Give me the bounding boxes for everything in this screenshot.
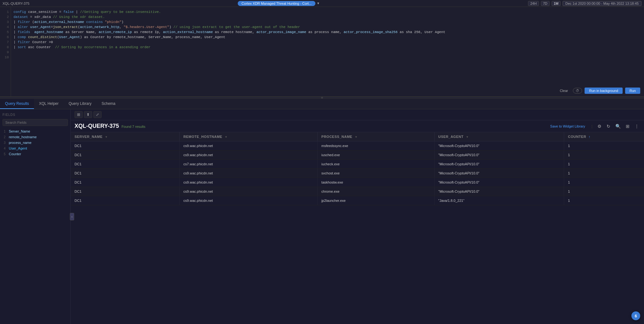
cell-user_agent: "Microsoft-CryptoAPI/10.0" bbox=[434, 178, 564, 187]
field-name-user-agent: User_Agent bbox=[9, 146, 27, 150]
grid-view-button[interactable]: ⊞ bbox=[75, 111, 83, 118]
cell-counter: 1 bbox=[564, 151, 644, 160]
cell-user_agent: "Microsoft-CryptoAPI/10.0" bbox=[434, 141, 564, 151]
results-header: XQL-QUERY-375 Found 7 results Save to Wi… bbox=[71, 120, 644, 132]
cell-server_name: DC1 bbox=[71, 141, 180, 151]
field-num-3: 3 bbox=[4, 141, 8, 145]
cell-remote_hostname: cs9.wac.phicdn.net bbox=[180, 178, 318, 187]
cell-remote_hostname: cs9.wac.phicdn.net bbox=[180, 196, 318, 205]
export-button[interactable]: ⬆ bbox=[84, 111, 92, 118]
cell-user_agent: "Java/1.8.0_221" bbox=[434, 196, 564, 205]
top-bar-title: XQL-QUERY-375 bbox=[3, 2, 30, 5]
field-name-server-name: Server_Name bbox=[9, 129, 30, 133]
fields-list: 1 Server_Name 2 remote_hostname 3 proces… bbox=[3, 128, 68, 157]
cell-process_name: msfeedssync.exe bbox=[318, 141, 435, 151]
fields-search[interactable] bbox=[3, 119, 68, 126]
cell-server_name: DC1 bbox=[71, 187, 180, 196]
bottom-right-badge[interactable]: 6 bbox=[631, 311, 640, 320]
cell-process_name: chrome.exe bbox=[318, 187, 435, 196]
cell-user_agent: "Microsoft-CryptoAPI/10.0" bbox=[434, 160, 564, 169]
expand-button[interactable]: ⤢ bbox=[93, 111, 102, 118]
cell-remote_hostname: cs9.wac.phicdn.net bbox=[180, 169, 318, 178]
cell-user_agent: "Microsoft-CryptoAPI/10.0" bbox=[434, 169, 564, 178]
cell-remote_hostname: cs9.wac.phicdn.net bbox=[180, 141, 318, 151]
field-num-1: 1 bbox=[4, 130, 8, 133]
time-btn-24h[interactable]: 24H bbox=[528, 1, 539, 6]
save-widget-button[interactable]: Save to Widget Library bbox=[548, 124, 588, 129]
timer-button[interactable]: ⏱ bbox=[573, 88, 582, 94]
field-name-process-name: process_name bbox=[9, 141, 31, 145]
field-item-counter[interactable]: 5 Counter bbox=[3, 151, 68, 157]
tab-schema[interactable]: Schema bbox=[97, 99, 120, 109]
editor-area: 12345 678910 config case_sensitive = fal… bbox=[0, 7, 644, 97]
top-bar-center: Cortex XDR Managed Threat Hunting - Cort… bbox=[238, 1, 320, 6]
filter-results-button[interactable]: ⚙ bbox=[596, 123, 603, 129]
cell-counter: 1 bbox=[564, 187, 644, 196]
cell-counter: 1 bbox=[564, 196, 644, 205]
top-center-arrow: ▼ bbox=[317, 2, 320, 5]
col-header-remote-hostname[interactable]: REMOTE_HOSTNAME ▼ bbox=[180, 132, 318, 141]
refresh-results-button[interactable]: ↻ bbox=[605, 123, 612, 129]
field-item-user-agent[interactable]: 4 User_Agent bbox=[3, 145, 68, 151]
line-numbers: 12345 678910 bbox=[0, 7, 11, 96]
run-button[interactable]: Run bbox=[625, 88, 640, 94]
field-item-process-name[interactable]: 3 process_name bbox=[3, 140, 68, 145]
cell-remote_hostname: cs7.wac.phicdn.net bbox=[180, 160, 318, 169]
cell-server_name: DC1 bbox=[71, 160, 180, 169]
table-row[interactable]: DC1cs9.wac.phicdn.netchrome.exe"Microsof… bbox=[71, 187, 644, 196]
table-row[interactable]: DC1cs9.wac.phicdn.netmsfeedssync.exe"Mic… bbox=[71, 141, 644, 151]
col-header-server-name[interactable]: SERVER_NAME ▼ bbox=[71, 132, 180, 141]
cell-process_name: jp2launcher.exe bbox=[318, 196, 435, 205]
table-row[interactable]: DC1cs9.wac.phicdn.netiusched.exe"Microso… bbox=[71, 151, 644, 160]
results-title-area: XQL-QUERY-375 Found 7 results bbox=[75, 123, 145, 129]
search-results-button[interactable]: 🔍 bbox=[614, 123, 622, 129]
editor-bottom: Clear ⏱ Run in background Run bbox=[557, 88, 640, 94]
cell-server_name: DC1 bbox=[71, 196, 180, 205]
clear-button[interactable]: Clear bbox=[557, 88, 570, 94]
table-row[interactable]: DC1cs9.wac.phicdn.nettaskhostw.exe"Micro… bbox=[71, 178, 644, 187]
tabs-bar: Query Results XQL Helper Query Library S… bbox=[0, 99, 644, 109]
sidebar-toggle[interactable]: ‹ bbox=[70, 213, 74, 220]
cell-counter: 1 bbox=[564, 141, 644, 151]
field-name-counter: Counter bbox=[9, 152, 21, 156]
col-header-process-name[interactable]: PROCESS_NAME ▼ bbox=[318, 132, 435, 141]
cell-server_name: DC1 bbox=[71, 169, 180, 178]
col-header-counter[interactable]: COUNTER ↑ bbox=[564, 132, 644, 141]
cell-user_agent: "Microsoft-CryptoAPI/10.0" bbox=[434, 151, 564, 160]
table-row[interactable]: DC1cs9.wac.phicdn.netsvchost.exe"Microso… bbox=[71, 169, 644, 178]
fields-sidebar: FIELDS 1 Server_Name 2 remote_hostname 3… bbox=[0, 109, 71, 324]
cell-process_name: iusched.exe bbox=[318, 151, 435, 160]
time-btn-7d[interactable]: 7D bbox=[541, 1, 550, 6]
cell-process_name: taskhostw.exe bbox=[318, 178, 435, 187]
cell-remote_hostname: cs9.wac.phicdn.net bbox=[180, 187, 318, 196]
results-query-name: XQL-QUERY-375 bbox=[75, 123, 119, 129]
code-editor[interactable]: config case_sensitive = false | //Settin… bbox=[11, 7, 644, 96]
time-btn-1m[interactable]: 1M bbox=[552, 1, 561, 6]
col-header-user-agent[interactable]: USER_AGENT ▼ bbox=[434, 132, 564, 141]
tab-query-results[interactable]: Query Results bbox=[0, 99, 34, 109]
datetime-pill[interactable]: Dec 1st 2020 00:00:00 - May 4th 2022 13:… bbox=[563, 1, 641, 6]
field-item-server-name[interactable]: 1 Server_Name bbox=[3, 128, 68, 134]
results-table-container[interactable]: SERVER_NAME ▼ REMOTE_HOSTNAME ▼ PROCESS_… bbox=[71, 132, 644, 324]
cell-remote_hostname: cs9.wac.phicdn.net bbox=[180, 151, 318, 160]
field-num-2: 2 bbox=[4, 135, 8, 139]
table-row[interactable]: DC1cs7.wac.phicdn.netiucheck.exe"Microso… bbox=[71, 160, 644, 169]
column-select-button[interactable]: ⊞ bbox=[625, 123, 631, 129]
field-item-remote-hostname[interactable]: 2 remote_hostname bbox=[3, 134, 68, 140]
tab-xql-helper[interactable]: XQL Helper bbox=[34, 99, 64, 109]
results-area: ⊞ ⬆ ⤢ XQL-QUERY-375 Found 7 results Save… bbox=[71, 109, 644, 324]
cell-server_name: DC1 bbox=[71, 178, 180, 187]
tab-query-library[interactable]: Query Library bbox=[64, 99, 97, 109]
results-count: Found 7 results bbox=[121, 125, 145, 128]
more-options-button[interactable]: ⋮ bbox=[633, 123, 640, 129]
clock-icon: ⏱ bbox=[576, 89, 579, 93]
cell-process_name: iucheck.exe bbox=[318, 160, 435, 169]
top-center-pill[interactable]: Cortex XDR Managed Threat Hunting - Cort… bbox=[238, 1, 315, 6]
field-num-4: 4 bbox=[4, 147, 8, 150]
cell-counter: 1 bbox=[564, 169, 644, 178]
run-background-button[interactable]: Run in background bbox=[585, 88, 622, 94]
table-row[interactable]: DC1cs9.wac.phicdn.netjp2launcher.exe"Jav… bbox=[71, 196, 644, 205]
cell-counter: 1 bbox=[564, 160, 644, 169]
cell-user_agent: "Microsoft-CryptoAPI/10.0" bbox=[434, 187, 564, 196]
top-bar: XQL-QUERY-375 Cortex XDR Managed Threat … bbox=[0, 0, 644, 7]
